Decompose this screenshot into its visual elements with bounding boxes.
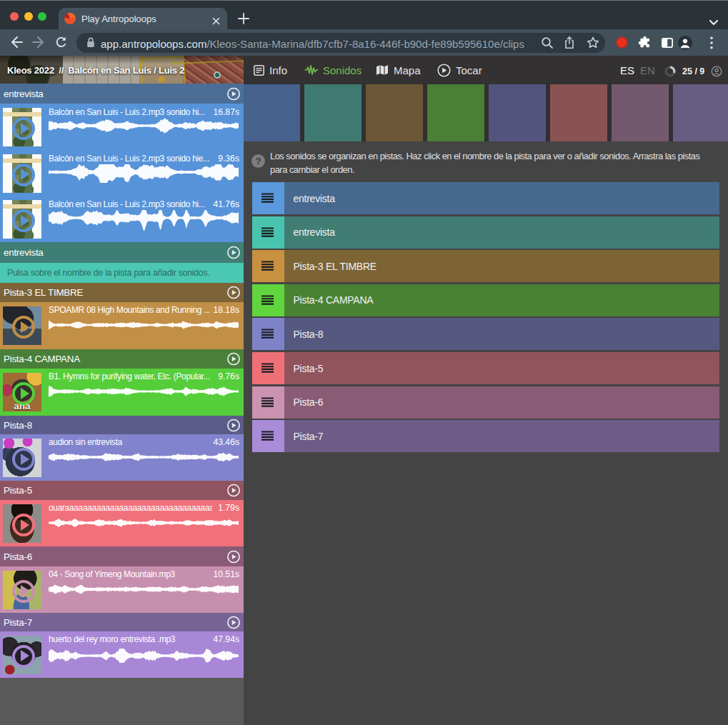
svg-text:?: ? [256,156,261,166]
